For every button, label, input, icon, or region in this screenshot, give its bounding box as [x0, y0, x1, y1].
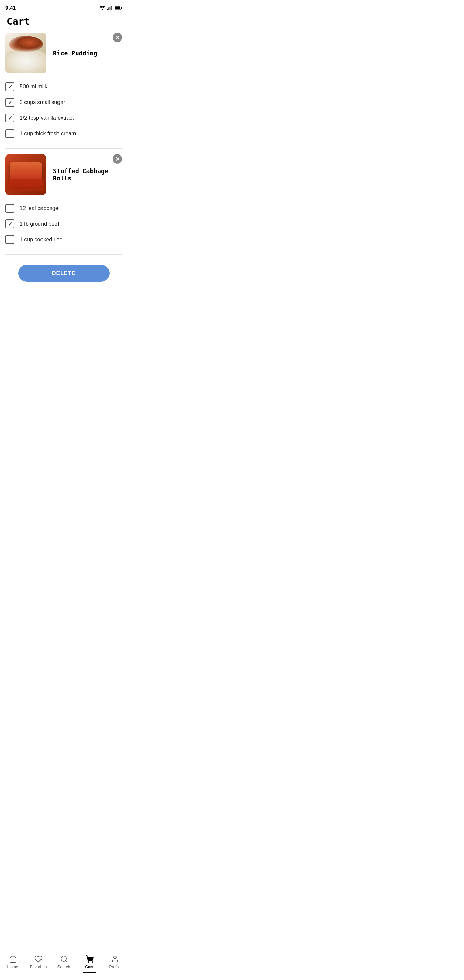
remove-stuffed-cabbage-button[interactable]: ✕ [113, 154, 122, 164]
delete-button[interactable]: DELETE [18, 265, 110, 282]
ingredient-text: 1/2 tbsp vanilla extract [20, 115, 74, 121]
ingredient-text: 12 leaf cabbage [20, 205, 59, 211]
svg-rect-6 [121, 7, 122, 8]
ingredient-list-stuffed-cabbage: 12 leaf cabbage 1 lb ground beef 1 cup c… [5, 199, 122, 249]
checkbox-cabbage[interactable] [5, 204, 14, 213]
recipe-card-rice-pudding: Rice Pudding ✕ 500 ml milk 2 cups small … [5, 33, 122, 149]
delete-section: DELETE [0, 255, 127, 288]
ingredient-text: 1 lb ground beef [20, 221, 59, 227]
ingredient-text: 1 cup thick fresh cream [20, 130, 76, 137]
svg-rect-4 [111, 6, 111, 10]
checkbox-sugar[interactable] [5, 98, 14, 107]
remove-rice-pudding-button[interactable]: ✕ [113, 33, 122, 42]
recipe-image-rice-pudding [5, 33, 46, 73]
wifi-icon [100, 6, 105, 10]
status-icons [100, 6, 122, 10]
ingredient-text: 1 cup cooked rice [20, 237, 62, 243]
checkbox-vanilla[interactable] [5, 114, 14, 123]
svg-rect-3 [110, 6, 111, 10]
recipe-image-stuffed-cabbage [5, 154, 46, 195]
list-item: 1 cup thick fresh cream [5, 126, 122, 142]
status-time: 9:41 [5, 5, 16, 11]
recipe-name-stuffed-cabbage: Stuffed Cabbage Rolls [53, 167, 122, 182]
list-item: 500 ml milk [5, 79, 122, 95]
list-item: 12 leaf cabbage [5, 200, 122, 216]
recipe-card-stuffed-cabbage: Stuffed Cabbage Rolls ✕ 12 leaf cabbage … [5, 154, 122, 255]
recipe-header-stuffed-cabbage: Stuffed Cabbage Rolls ✕ [5, 154, 122, 195]
svg-rect-7 [115, 6, 120, 9]
svg-rect-2 [108, 8, 109, 10]
battery-icon [114, 6, 122, 10]
list-item: 1/2 tbsp vanilla extract [5, 110, 122, 126]
checkbox-cream[interactable] [5, 129, 14, 138]
svg-rect-1 [107, 8, 108, 10]
checkbox-beef[interactable] [5, 220, 14, 228]
ingredient-list-rice-pudding: 500 ml milk 2 cups small sugar 1/2 tbsp … [5, 78, 122, 143]
recipe-header-rice-pudding: Rice Pudding ✕ [5, 33, 122, 73]
status-bar: 9:41 [0, 0, 127, 13]
page-title: Cart [0, 13, 127, 33]
signal-icon [107, 6, 113, 10]
list-item: 1 lb ground beef [5, 216, 122, 232]
checkbox-milk[interactable] [5, 82, 14, 91]
recipe-name-rice-pudding: Rice Pudding [53, 50, 122, 57]
svg-point-0 [102, 8, 103, 10]
ingredient-text: 2 cups small sugar [20, 99, 65, 105]
checkbox-cooked-rice[interactable] [5, 235, 14, 244]
content-area: Rice Pudding ✕ 500 ml milk 2 cups small … [0, 33, 127, 329]
list-item: 2 cups small sugar [5, 95, 122, 110]
list-item: 1 cup cooked rice [5, 232, 122, 247]
ingredient-text: 500 ml milk [20, 84, 47, 90]
